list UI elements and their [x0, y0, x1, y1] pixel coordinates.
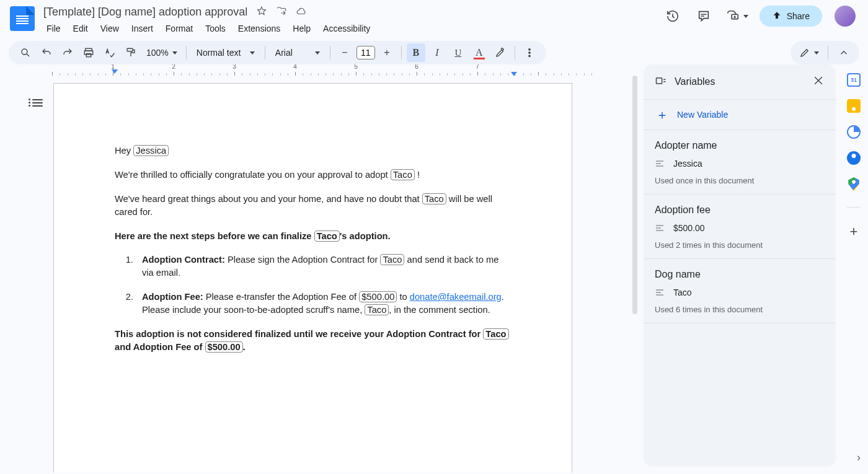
contacts-icon[interactable] — [847, 151, 861, 165]
menu-accessibility[interactable]: Accessibility — [317, 21, 376, 36]
close-icon[interactable] — [812, 74, 825, 89]
chip-dog-name[interactable]: Taco — [380, 254, 404, 265]
svg-rect-4 — [86, 54, 91, 57]
variable-value: $500.00 — [673, 223, 705, 233]
variable-title: Dog name — [655, 269, 825, 280]
collapse-toolbar-icon[interactable] — [835, 43, 853, 62]
scrollbar-vertical[interactable] — [631, 76, 639, 473]
addons-plus-icon[interactable]: + — [850, 224, 858, 240]
list-item: Adoption Contract: Please sign the Adopt… — [136, 253, 511, 279]
svg-rect-9 — [657, 78, 662, 84]
move-icon[interactable] — [276, 6, 287, 19]
variable-usage: Used once in this document — [655, 176, 825, 185]
variables-panel: Variables ＋ New Variable Adopter nameJes… — [644, 64, 836, 467]
highlight-button[interactable] — [491, 43, 510, 62]
ruler-horizontal[interactable]: 1234567 — [52, 64, 579, 76]
rail-collapse-icon[interactable]: › — [857, 451, 861, 464]
variable-value: Taco — [673, 287, 692, 297]
chip-fee[interactable]: $500.00 — [205, 341, 243, 353]
menu-insert[interactable]: Insert — [126, 21, 159, 36]
menu-tools[interactable]: Tools — [200, 21, 231, 36]
doc-title[interactable]: [Template] [Dog name] adoption approval — [41, 5, 250, 19]
spellcheck-icon[interactable] — [100, 43, 119, 62]
list-item: Adoption Fee: Please e-transfer the Adop… — [136, 291, 511, 317]
variable-usage: Used 2 times in this document — [655, 240, 825, 250]
svg-point-8 — [529, 55, 530, 56]
calendar-icon[interactable] — [847, 73, 861, 87]
chip-dog-name[interactable]: Taco — [314, 230, 340, 242]
comments-icon[interactable] — [693, 5, 715, 27]
chip-fee[interactable]: $500.00 — [359, 291, 397, 302]
maps-icon[interactable] — [847, 177, 861, 191]
email-link[interactable]: donate@fakeemail.org — [410, 292, 502, 302]
share-label: Share — [787, 11, 810, 21]
cloud-status-icon[interactable] — [296, 6, 307, 19]
underline-button[interactable]: U — [449, 43, 467, 62]
chip-dog-name[interactable]: Taco — [422, 193, 446, 204]
font-size-decrease[interactable]: − — [335, 43, 354, 62]
tasks-icon[interactable] — [847, 125, 861, 139]
share-button[interactable]: Share — [760, 6, 822, 27]
font-family[interactable]: Arial — [270, 46, 325, 59]
menu-extensions[interactable]: Extensions — [232, 21, 286, 36]
italic-button[interactable]: I — [428, 43, 446, 62]
variable-usage: Used 6 times in this document — [655, 305, 825, 314]
variable-value: Jessica — [673, 159, 702, 169]
ruler-vertical — [0, 64, 10, 473]
outline-button[interactable] — [29, 94, 46, 112]
menu-help[interactable]: Help — [287, 21, 316, 36]
chip-adopter-name[interactable]: Jessica — [133, 145, 169, 156]
variables-icon — [655, 74, 667, 89]
variable-title: Adopter name — [655, 140, 825, 151]
more-toolbar-icon[interactable] — [520, 43, 539, 62]
font-size-increase[interactable]: + — [378, 43, 396, 62]
menu-view[interactable]: View — [95, 21, 125, 36]
keep-icon[interactable] — [847, 99, 861, 113]
docs-logo[interactable] — [10, 6, 35, 31]
variable-item[interactable]: Adopter nameJessicaUsed once in this doc… — [644, 130, 836, 195]
history-icon[interactable] — [662, 5, 684, 27]
document-page[interactable]: Hey Jessica We're thrilled to officially… — [53, 83, 572, 473]
menu-file[interactable]: File — [41, 21, 66, 36]
panel-title: Variables — [675, 76, 715, 87]
chip-dog-name[interactable]: Taco — [483, 328, 508, 340]
svg-point-1 — [22, 49, 27, 55]
menu-edit[interactable]: Edit — [68, 21, 94, 36]
present-icon[interactable] — [724, 5, 751, 27]
paint-format-icon[interactable] — [122, 43, 140, 62]
svg-point-6 — [529, 49, 530, 50]
paragraph-style[interactable]: Normal text — [192, 46, 260, 59]
editing-mode-button[interactable] — [797, 43, 822, 62]
undo-icon[interactable] — [37, 43, 56, 62]
variable-title: Adoption fee — [655, 204, 825, 216]
svg-point-7 — [529, 52, 530, 53]
zoom-select[interactable]: 100% — [143, 48, 181, 58]
font-size-input[interactable] — [356, 46, 375, 59]
star-icon[interactable] — [256, 6, 267, 19]
text-color-button[interactable]: A — [470, 43, 489, 62]
variable-item[interactable]: Adoption fee$500.00Used 2 times in this … — [644, 195, 836, 259]
avatar[interactable] — [835, 6, 856, 27]
text: Hey — [115, 146, 133, 156]
plus-icon: ＋ — [656, 108, 668, 121]
chip-dog-name[interactable]: Taco — [365, 304, 389, 315]
chip-dog-name[interactable]: Taco — [391, 169, 415, 180]
new-variable-button[interactable]: ＋ New Variable — [644, 99, 836, 130]
search-icon[interactable] — [16, 43, 35, 62]
bold-button[interactable]: B — [407, 43, 425, 62]
print-icon[interactable] — [79, 43, 98, 62]
menu-format[interactable]: Format — [160, 21, 198, 36]
svg-rect-5 — [127, 48, 133, 51]
redo-icon[interactable] — [58, 43, 77, 62]
variable-item[interactable]: Dog nameTacoUsed 6 times in this documen… — [644, 259, 836, 323]
